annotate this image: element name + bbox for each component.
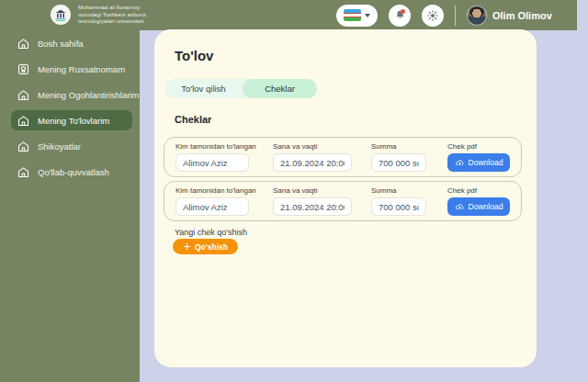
uzbekistan-flag-icon [344, 9, 361, 21]
sidebar-item-label: Mening To'lovlarim [38, 116, 109, 126]
notifications-button[interactable] [389, 5, 411, 27]
tab-cheklar[interactable]: Cheklar [243, 79, 317, 98]
sidebar-item-bosh-sahifa[interactable]: Bosh sahifa [11, 33, 132, 53]
sum-label: Summa [371, 142, 447, 151]
home-icon [17, 165, 30, 179]
download-button[interactable]: Download [447, 153, 510, 172]
date-label: Sana va vaqti [273, 186, 371, 195]
header-controls: Olim Olimov [336, 4, 552, 27]
sidebar-item-ruxsatnomam[interactable]: Mening Ruxsatnomam [11, 59, 132, 79]
language-selector[interactable] [336, 5, 378, 27]
add-check-button[interactable]: Qo'shish [173, 239, 238, 254]
sum-label: Summa [371, 186, 447, 195]
cloud-download-icon [455, 202, 465, 212]
download-button-label: Download [469, 158, 503, 167]
sidebar-item-label: Bosh sahifa [38, 39, 84, 49]
download-button[interactable]: Download [447, 197, 510, 216]
add-check-button-label: Qo'shish [195, 242, 228, 252]
check-row: Kim tamonidan to'langan Sana va vaqti Su… [164, 181, 522, 221]
pdf-label: Chek pdf [447, 186, 510, 195]
chevron-down-icon [365, 14, 370, 17]
main-panel: To'lov To'lov qilish Cheklar Cheklar Kim… [154, 29, 537, 367]
date-label: Sana va vaqti [273, 142, 371, 151]
payer-label: Kim tamonidan to'langan [175, 142, 273, 151]
sidebar: Bosh sahifa Mening Ruxsatnomam Mening Og… [0, 30, 140, 382]
check-row: Kim tamonidan to'langan Sana va vaqti Su… [164, 137, 522, 177]
sidebar-item-shikoyatlar[interactable]: Shikoyatlar [11, 136, 132, 156]
sun-icon [426, 9, 439, 22]
header-divider [455, 6, 456, 26]
theme-toggle-button[interactable] [422, 5, 444, 27]
home-icon [17, 88, 30, 102]
add-check-label: Yangi chek qo'shish [175, 228, 247, 237]
page-title: To'lov [175, 48, 213, 63]
date-input[interactable] [273, 197, 352, 216]
university-logo [51, 5, 71, 25]
payer-label: Kim tamonidan to'langan [175, 186, 273, 195]
user-name: Olim Olimov [492, 10, 552, 21]
notification-badge [401, 9, 405, 14]
sidebar-item-label: Shikoyatlar [38, 141, 81, 152]
sidebar-item-qollab-quvvatlash[interactable]: Qo'llab-quvvatlash [11, 162, 132, 182]
payer-input[interactable] [175, 197, 249, 216]
tab-tolov-qilish[interactable]: To'lov qilish [164, 79, 243, 98]
pdf-label: Chek pdf [447, 142, 510, 151]
university-logo-block: Muhammad al-Xorazmiy nomidagi Toshkent a… [51, 5, 146, 26]
cloud-download-icon [455, 158, 465, 168]
payment-tabs: To'lov qilish Cheklar [164, 79, 317, 98]
download-button-label: Download [469, 202, 503, 211]
sidebar-item-label: Mening Ogohlantirishlarim [38, 90, 139, 100]
user-avatar [467, 6, 487, 26]
home-icon [17, 37, 30, 51]
home-icon [17, 114, 30, 128]
sum-input[interactable] [371, 197, 426, 216]
sidebar-item-ogohlantirishlarim[interactable]: Mening Ogohlantirishlarim [11, 84, 132, 105]
section-title: Cheklar [175, 114, 211, 125]
sidebar-item-label: Mening Ruxsatnomam [38, 64, 125, 74]
sidebar-item-tolovlarim[interactable]: Mening To'lovlarim [11, 110, 132, 130]
sidebar-item-label: Qo'llab-quvvatlash [38, 167, 109, 177]
sum-input[interactable] [371, 153, 426, 172]
plus-icon [183, 242, 191, 251]
app-header: Muhammad al-Xorazmiy nomidagi Toshkent a… [0, 0, 577, 30]
home-icon [17, 140, 30, 153]
user-menu[interactable]: Olim Olimov [467, 6, 552, 26]
payer-input[interactable] [175, 153, 249, 172]
university-emblem-icon [53, 7, 68, 22]
license-icon [17, 62, 30, 76]
date-input[interactable] [273, 153, 352, 172]
university-name: Muhammad al-Xorazmiy nomidagi Toshkent a… [78, 5, 146, 26]
